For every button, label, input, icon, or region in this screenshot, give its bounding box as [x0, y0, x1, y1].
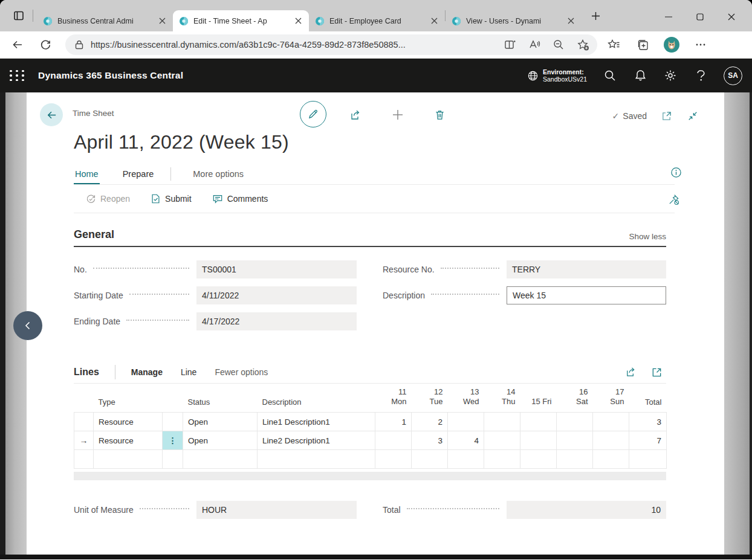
browser-tab[interactable]: Edit - Time Sheet - Ap — [173, 10, 309, 31]
row-selector-cell[interactable] — [74, 450, 94, 469]
browser-tab[interactable]: Edit - Employee Card — [309, 10, 445, 31]
column-header-day-sat[interactable]: 16Sat — [557, 384, 593, 413]
back-button[interactable] — [40, 103, 63, 126]
new-tab-button[interactable] — [586, 7, 605, 25]
tab-close-icon[interactable] — [157, 16, 167, 26]
refresh-icon[interactable] — [35, 34, 56, 55]
browser-tab[interactable]: Business Central Admi — [37, 10, 173, 31]
cell-day-sat[interactable] — [557, 413, 593, 431]
column-header-day-tue[interactable]: 12Tue — [412, 384, 448, 413]
cell-total[interactable] — [629, 450, 667, 469]
open-in-new-window-icon[interactable] — [659, 109, 673, 123]
lines-menu-line[interactable]: Line — [181, 367, 196, 377]
maximize-button[interactable] — [684, 6, 716, 28]
cell-day-mon[interactable] — [375, 450, 412, 469]
column-header-day-fri[interactable]: 15 Fri — [520, 384, 557, 413]
expand-pane-button[interactable] — [13, 311, 42, 340]
back-nav-icon[interactable] — [7, 34, 28, 55]
column-header-selector[interactable] — [74, 384, 94, 413]
row-menu-cell[interactable]: ⋮ — [163, 431, 183, 450]
zoom-out-icon[interactable] — [551, 37, 566, 52]
row-menu-cell[interactable] — [163, 413, 183, 431]
column-header-day-sun[interactable]: 17Sun — [593, 384, 629, 413]
cell-status[interactable]: Open — [183, 413, 258, 431]
help-icon[interactable] — [693, 68, 708, 83]
cell-day-tue[interactable] — [412, 450, 448, 469]
search-icon[interactable] — [603, 68, 617, 83]
cell-day-tue[interactable]: 3 — [412, 431, 448, 450]
tab-close-icon[interactable] — [293, 16, 303, 26]
cell-description[interactable]: Line2 Description1 — [258, 431, 375, 450]
column-header-type[interactable]: Type — [94, 384, 163, 413]
cell-type[interactable]: Resource — [94, 413, 163, 431]
cell-status[interactable] — [183, 450, 258, 469]
row-menu-cell[interactable] — [163, 450, 183, 469]
cell-description[interactable]: Line1 Description1 — [258, 413, 375, 431]
tab-more-options[interactable]: More options — [192, 169, 245, 184]
cell-day-thu[interactable] — [484, 450, 520, 469]
lines-menu-manage[interactable]: Manage — [131, 367, 163, 377]
tab-home[interactable]: Home — [74, 169, 100, 184]
collapse-icon[interactable] — [686, 109, 700, 123]
column-header-status[interactable]: Status — [183, 384, 258, 413]
profile-avatar[interactable] — [664, 37, 679, 53]
lock-icon[interactable] — [75, 40, 83, 50]
tab-close-icon[interactable] — [566, 16, 575, 26]
cell-total[interactable]: 3 — [629, 413, 667, 431]
waffle-icon[interactable] — [9, 68, 25, 83]
cell-day-wed[interactable] — [448, 413, 484, 431]
tab-actions-icon[interactable] — [8, 5, 29, 26]
lines-menu-fewer-options[interactable]: Fewer options — [215, 367, 268, 377]
cell-day-thu[interactable] — [484, 431, 520, 450]
tab-prepare[interactable]: Prepare — [122, 169, 155, 184]
cell-day-sat[interactable] — [557, 431, 593, 450]
info-icon[interactable] — [670, 167, 682, 178]
cell-day-sat[interactable] — [557, 450, 593, 469]
row-selector-cell[interactable] — [74, 413, 94, 431]
delete-button[interactable] — [432, 107, 447, 123]
notifications-icon[interactable] — [633, 68, 647, 83]
column-header-day-mon[interactable]: 11Mon — [375, 384, 412, 413]
scrollbar-area[interactable] — [724, 92, 752, 555]
new-button[interactable] — [390, 107, 406, 123]
cell-day-sun[interactable] — [593, 431, 629, 450]
cell-day-mon[interactable] — [375, 431, 412, 450]
tab-close-icon[interactable] — [429, 16, 439, 26]
comments-button[interactable]: Comments — [212, 194, 268, 204]
unpin-icon[interactable] — [666, 192, 681, 207]
cell-day-wed[interactable]: 4 — [448, 431, 484, 450]
cell-day-fri[interactable] — [520, 413, 557, 431]
cell-total[interactable]: 7 — [629, 431, 667, 450]
cell-day-fri[interactable] — [520, 431, 557, 450]
share-button[interactable] — [348, 107, 363, 123]
settings-icon[interactable] — [663, 68, 678, 83]
cell-description[interactable] — [258, 450, 375, 469]
column-header-menu[interactable] — [163, 384, 183, 413]
column-header-day-thu[interactable]: 14Thu — [484, 384, 520, 413]
collections-icon[interactable] — [635, 37, 650, 53]
account-avatar[interactable]: SA — [724, 66, 742, 85]
browser-tab[interactable]: View - Users - Dynami — [446, 10, 582, 31]
row-selector-cell[interactable]: → — [74, 431, 94, 450]
description-input[interactable] — [507, 286, 666, 304]
favorites-icon[interactable] — [606, 37, 621, 53]
cell-type[interactable] — [94, 450, 163, 469]
cell-day-tue[interactable]: 2 — [412, 413, 448, 431]
show-less-link[interactable]: Show less — [629, 232, 666, 241]
read-aloud-icon[interactable] — [527, 37, 542, 52]
column-header-total[interactable]: Total — [629, 384, 667, 413]
split-screen-icon[interactable] — [503, 37, 517, 52]
cell-day-fri[interactable] — [520, 450, 557, 469]
open-in-excel-icon[interactable] — [649, 365, 664, 379]
column-header-day-wed[interactable]: 13Wed — [448, 384, 484, 413]
edit-button[interactable] — [300, 101, 326, 127]
cell-day-sun[interactable] — [593, 450, 629, 469]
environment-badge[interactable]: Environment:SandboxUSv21 — [527, 68, 587, 83]
column-header-description[interactable]: Description — [258, 384, 375, 413]
add-favorite-icon[interactable] — [575, 37, 590, 52]
cell-day-wed[interactable] — [448, 450, 484, 469]
address-bar[interactable]: https://businesscentral.dynamics.com/a63… — [65, 34, 597, 55]
cell-type[interactable]: Resource — [94, 431, 163, 450]
submit-button[interactable]: Submit — [151, 193, 192, 204]
cell-day-sun[interactable] — [593, 413, 629, 431]
